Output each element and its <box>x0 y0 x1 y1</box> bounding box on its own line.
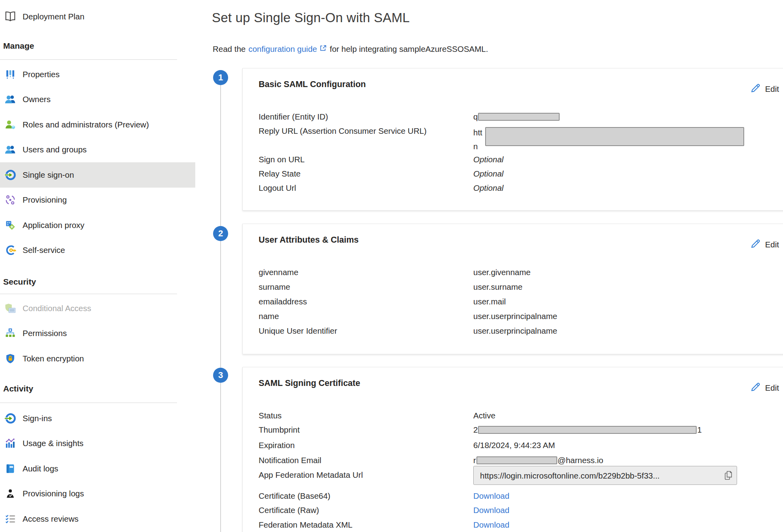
sidebar-item-users-groups[interactable]: Users and groups <box>0 137 195 163</box>
claim-row: emailaddress user.mail <box>259 296 775 311</box>
claim-row: name user.userprincipalname <box>259 311 775 325</box>
sidebar-item-label: Conditional Access <box>23 304 91 313</box>
people-icon <box>4 93 17 106</box>
step-connector-line <box>220 78 221 532</box>
external-link-icon <box>319 44 327 54</box>
certificate-row: App Federation Metadata Url https://logi… <box>259 469 775 490</box>
certificate-row: Expiration 6/18/2024, 9:44:23 AM <box>259 440 775 455</box>
edit-claims-button[interactable]: Edit <box>750 238 779 251</box>
reply-url-visible-fragment-line2: n <box>473 139 482 153</box>
email-visible-suffix: @harness.io <box>558 456 603 465</box>
divider <box>0 294 177 294</box>
saml-signing-certificate-card: SAML Signing Certificate Edit Status Act… <box>242 367 783 532</box>
card-title: SAML Signing Certificate <box>259 378 360 388</box>
download-base64-link[interactable]: Download <box>473 491 509 500</box>
token-encryption-icon <box>4 352 17 365</box>
sidebar-item-label: Access reviews <box>23 514 78 524</box>
audit-logs-icon <box>4 462 17 475</box>
email-visible-prefix: r <box>473 456 476 465</box>
metadata-url-input[interactable]: https://login.microsoftonline.com/b229b2… <box>473 466 737 485</box>
sidebar-item-label: Application proxy <box>23 220 84 230</box>
sidebar-item-token-encryption[interactable]: Token encryption <box>0 346 195 371</box>
sidebar-item-label: Users and groups <box>23 145 87 154</box>
sidebar-section-activity: Activity <box>3 384 33 393</box>
roles-icon <box>4 118 17 131</box>
conditional-access-icon <box>4 302 17 315</box>
sidebar-item-sign-ins[interactable]: Sign-ins <box>0 406 195 431</box>
sidebar-item-self-service[interactable]: Self-service <box>0 238 195 263</box>
sidebar-section-manage: Manage <box>3 41 34 51</box>
sidebar-item-label: Self-service <box>23 245 65 255</box>
claim-row: surname user.surname <box>259 281 775 296</box>
sidebar-item-label: Token encryption <box>23 354 84 363</box>
edit-basic-saml-button[interactable]: Edit <box>750 83 779 95</box>
pencil-icon <box>750 83 761 95</box>
sidebar-item-properties[interactable]: Properties <box>0 62 195 87</box>
identifier-visible-fragment: q <box>473 112 478 121</box>
status-value: Active <box>473 410 495 421</box>
card-title: Basic SAML Configuration <box>259 80 366 89</box>
sidebar-item-label: Permissions <box>23 329 67 338</box>
sidebar-item-label: Provisioning logs <box>23 489 84 498</box>
sidebar-item-label: Owners <box>23 95 51 104</box>
sidebar-item-label: Provisioning <box>23 195 67 205</box>
certificate-row: Federation Metadata XML Download <box>259 519 775 532</box>
book-icon <box>4 10 17 23</box>
step-badge-3: 3 <box>213 368 228 383</box>
usage-insights-icon <box>4 437 17 450</box>
basic-saml-configuration-card: Basic SAML Configuration Edit Identifier… <box>242 68 783 211</box>
intro-text: Read the configuration guide for help in… <box>213 44 488 54</box>
redaction-box <box>478 113 560 121</box>
sidebar-item-deployment-plan[interactable]: Deployment Plan <box>0 6 195 28</box>
certificate-row: Status Active <box>259 410 775 424</box>
sidebar-item-conditional-access[interactable]: Conditional Access <box>0 296 195 321</box>
permissions-icon <box>4 327 17 340</box>
pencil-icon <box>750 382 761 394</box>
sidebar-item-label: Single sign-on <box>23 170 74 180</box>
sidebar-item-audit-logs[interactable]: Audit logs <box>0 456 195 481</box>
sidebar-item-provisioning[interactable]: Provisioning <box>0 188 195 213</box>
sidebar-item-single-sign-on[interactable]: Single sign-on <box>0 162 195 188</box>
sidebar-item-owners[interactable]: Owners <box>0 87 195 112</box>
sidebar-section-security: Security <box>3 277 36 287</box>
user-attributes-claims-card: User Attributes & Claims Edit givenname … <box>242 224 783 354</box>
page-title: Set up Single Sign-On with SAML <box>212 10 410 25</box>
certificate-row: Thumbprint 21 <box>259 424 775 440</box>
sidebar-item-application-proxy[interactable]: Application proxy <box>0 213 195 238</box>
divider <box>0 403 177 403</box>
certificate-row: Certificate (Raw) Download <box>259 505 775 519</box>
main-content: Set up Single Sign-On with SAML Read the… <box>195 0 783 532</box>
sidebar-item-roles-administrators[interactable]: Roles and administrators (Preview) <box>0 112 195 137</box>
configuration-guide-link[interactable]: configuration guide <box>248 44 327 54</box>
sidebar: Deployment Plan Manage Properties Owners <box>0 0 195 532</box>
sign-ins-icon <box>4 412 17 425</box>
sidebar-item-usage-insights[interactable]: Usage & insights <box>0 431 195 456</box>
sidebar-item-label: Sign-ins <box>23 414 52 423</box>
sidebar-item-access-reviews[interactable]: Access reviews <box>0 506 195 532</box>
config-row: Identifier (Entity ID) q <box>259 111 775 125</box>
access-reviews-icon <box>4 513 17 525</box>
sidebar-item-label: Audit logs <box>23 464 58 473</box>
reply-url-visible-fragment: htt <box>473 125 482 139</box>
thumbprint-visible-suffix: 1 <box>697 425 701 434</box>
sidebar-item-permissions[interactable]: Permissions <box>0 321 195 346</box>
edit-certificate-button[interactable]: Edit <box>750 382 779 394</box>
sidebar-item-provisioning-logs[interactable]: Provisioning logs <box>0 481 195 507</box>
config-row: Logout Url Optional <box>259 182 775 197</box>
download-raw-link[interactable]: Download <box>473 505 509 515</box>
provisioning-icon <box>4 194 17 206</box>
provisioning-logs-icon <box>4 487 17 500</box>
config-row: Sign on URL Optional <box>259 154 775 168</box>
sidebar-item-label: Roles and administrators (Preview) <box>23 120 149 129</box>
redaction-box <box>478 426 697 434</box>
step-badge-2: 2 <box>213 226 228 241</box>
download-federation-metadata-link[interactable]: Download <box>473 520 509 529</box>
sso-icon <box>4 169 17 181</box>
intro-prefix: Read the <box>213 44 246 54</box>
metadata-url-value: https://login.microsoftonline.com/b229b2… <box>480 470 724 481</box>
card-title: User Attributes & Claims <box>259 235 359 245</box>
pencil-icon <box>750 238 761 251</box>
claim-row: givenname user.givenname <box>259 267 775 281</box>
sidebar-item-label: Usage & insights <box>23 439 84 448</box>
copy-icon[interactable] <box>724 470 733 481</box>
